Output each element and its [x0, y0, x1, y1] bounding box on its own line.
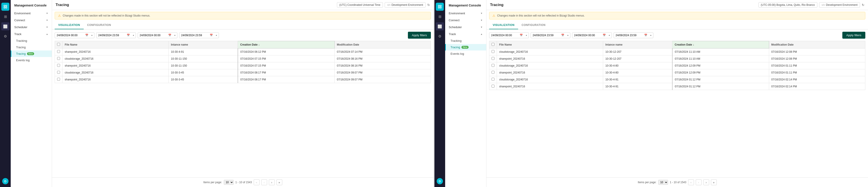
next-page-button[interactable]: ›: [269, 179, 275, 185]
env-badge[interactable]: </> Development Environment: [819, 2, 860, 8]
select-all-checkbox[interactable]: [492, 43, 494, 46]
column-header-file-name[interactable]: File Name: [62, 41, 169, 49]
date-input[interactable]: [614, 33, 643, 38]
calendar-button[interactable]: 📅: [560, 33, 566, 37]
nav-section-header-environment[interactable]: Environment▼: [11, 10, 52, 17]
calendar-button[interactable]: 📅: [518, 33, 524, 37]
refresh-button[interactable]: ↻: [862, 3, 864, 7]
timezone-badge[interactable]: (UTC-05:00) Bogota, Lima, Quito, Rio Bra…: [758, 2, 817, 8]
next-page-button[interactable]: ›: [703, 179, 709, 185]
column-header-modification-date[interactable]: Modification Date: [769, 41, 865, 49]
row-checkbox[interactable]: [492, 57, 494, 60]
table-row[interactable]: cloudstorage_2024071610-30-12-20707/16/2…: [489, 49, 865, 55]
nav-section-header-connect[interactable]: Connect▼: [11, 17, 52, 24]
app-logo[interactable]: [436, 3, 444, 11]
table-row[interactable]: sharepoint_2024071610-30-4-8007/16/2024 …: [489, 69, 865, 76]
nav-item-tracking[interactable]: Tracking: [11, 37, 52, 44]
prev-page-button[interactable]: ‹: [261, 179, 267, 185]
tab-visualization[interactable]: VISUALIZATION: [55, 21, 84, 29]
monitor-icon[interactable]: ⬜: [1, 22, 9, 30]
user-avatar[interactable]: D: [2, 178, 8, 184]
table-row[interactable]: cloudstorage_2024071610-30-3-4507/16/202…: [55, 69, 431, 76]
table-row[interactable]: cloudstorage_2024071610-30-4-8007/16/202…: [489, 62, 865, 69]
nav-section-header-scheduler[interactable]: Scheduler▼: [445, 24, 486, 31]
calendar-button[interactable]: 📅: [125, 33, 131, 37]
last-page-button[interactable]: »: [276, 179, 282, 185]
apply-filters-button[interactable]: Apply filters: [842, 32, 865, 39]
nav-section-header-scheduler[interactable]: Scheduler▼: [11, 24, 52, 31]
calendar-button[interactable]: 📅: [643, 33, 649, 37]
table-row[interactable]: sharepoint_2024071610-30-3-4507/16/2024 …: [55, 76, 431, 83]
monitor-icon[interactable]: ⬜: [436, 22, 444, 30]
nav-item-events-log[interactable]: Events log: [11, 57, 52, 63]
calendar-button[interactable]: 📅: [84, 33, 90, 37]
calendar-button[interactable]: 📅: [601, 33, 607, 37]
table-row[interactable]: sharepoint_2024071610-30-12-20707/16/202…: [489, 55, 865, 62]
column-header-modification-date[interactable]: Modification Date: [335, 41, 431, 49]
time-up-button[interactable]: ▲: [131, 33, 136, 37]
calendar-button[interactable]: 📅: [167, 33, 173, 37]
date-input[interactable]: [138, 33, 167, 38]
env-badge[interactable]: </> Development Environment: [385, 2, 426, 8]
nav-item-tracing[interactable]: TracingNew: [445, 44, 486, 51]
settings-icon[interactable]: ⚙: [436, 32, 444, 40]
row-checkbox[interactable]: [492, 71, 494, 74]
table-row[interactable]: cloudstorage_2024071610-30-4-9107/16/202…: [489, 76, 865, 83]
prev-page-button[interactable]: ‹: [696, 179, 702, 185]
nav-item-events-log[interactable]: Events log: [445, 51, 486, 57]
row-checkbox[interactable]: [57, 50, 60, 53]
calendar-button[interactable]: 📅: [209, 33, 214, 37]
time-up-button[interactable]: ▲: [90, 33, 94, 37]
last-page-button[interactable]: »: [711, 179, 717, 185]
row-checkbox[interactable]: [492, 50, 494, 53]
first-page-button[interactable]: «: [688, 179, 694, 185]
row-checkbox[interactable]: [57, 57, 60, 60]
table-row[interactable]: sharepoint_2024071610-30-11-15007/16/202…: [55, 62, 431, 69]
nav-section-header-environment[interactable]: Environment▼: [445, 10, 486, 17]
nav-section-header-track[interactable]: Track▲: [11, 31, 52, 37]
settings-icon[interactable]: ⚙: [1, 32, 9, 40]
date-input[interactable]: [96, 33, 125, 38]
nav-section-header-track[interactable]: Track▲: [445, 31, 486, 37]
tab-configuration[interactable]: CONFIGURATION: [518, 21, 549, 29]
nav-item-tracing[interactable]: TracingNew: [11, 51, 52, 57]
date-input[interactable]: [489, 33, 518, 38]
time-up-button[interactable]: ▲: [173, 33, 177, 37]
table-row[interactable]: cloudstorage_2024071610-30-11-15007/16/2…: [55, 55, 431, 62]
apply-filters-button[interactable]: Apply filters: [408, 32, 431, 39]
row-checkbox[interactable]: [492, 78, 494, 81]
row-checkbox[interactable]: [57, 78, 60, 81]
row-checkbox[interactable]: [57, 71, 60, 74]
refresh-button[interactable]: ↻: [427, 3, 430, 7]
items-per-page-select[interactable]: 102050: [224, 180, 234, 185]
time-up-button[interactable]: ▲: [649, 33, 653, 37]
column-header-intance-name[interactable]: Intance name: [168, 41, 238, 49]
items-per-page-select[interactable]: 102050: [658, 180, 668, 185]
table-row[interactable]: sharepoint_2024071610-30-4-9107/16/2024 …: [55, 49, 431, 55]
nav-item-tracking[interactable]: Tracking: [445, 37, 486, 44]
nav-section-header-connect[interactable]: Connect▼: [445, 17, 486, 24]
date-input[interactable]: [179, 33, 209, 38]
column-header-creation-date[interactable]: Creation Date ↓: [672, 41, 769, 49]
date-input[interactable]: [572, 33, 601, 38]
date-input[interactable]: [531, 33, 560, 38]
user-avatar[interactable]: D: [437, 178, 443, 184]
time-up-button[interactable]: ▲: [566, 33, 570, 37]
app-logo[interactable]: [1, 3, 9, 11]
grid-icon[interactable]: ⊞: [1, 12, 9, 21]
time-up-button[interactable]: ▲: [214, 33, 219, 37]
column-header-creation-date[interactable]: Creation Date ↓: [238, 41, 335, 49]
row-checkbox[interactable]: [492, 85, 494, 87]
timezone-badge[interactable]: (UTC) Coordinated Universal Time: [337, 2, 383, 8]
nav-item-tracing[interactable]: Tracing: [11, 44, 52, 51]
first-page-button[interactable]: «: [254, 179, 259, 185]
tab-visualization[interactable]: VISUALIZATION: [489, 21, 518, 29]
time-up-button[interactable]: ▲: [524, 33, 529, 37]
grid-icon[interactable]: ⊞: [436, 12, 444, 21]
tab-configuration[interactable]: CONFIGURATION: [84, 21, 115, 29]
column-header-intance-name[interactable]: Intance name: [603, 41, 672, 49]
select-all-checkbox[interactable]: [57, 43, 60, 46]
table-row[interactable]: sharepoint_2024071610-30-4-9107/16/2024 …: [489, 83, 865, 90]
date-input[interactable]: [55, 33, 84, 38]
row-checkbox[interactable]: [492, 64, 494, 67]
